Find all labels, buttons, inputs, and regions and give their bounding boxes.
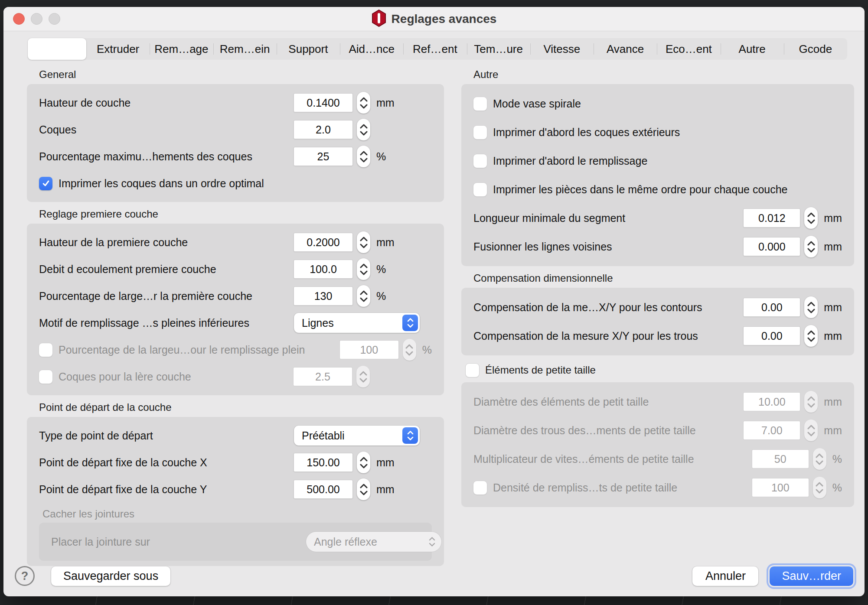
start-point-type-dropdown[interactable]: Préétabli — [294, 426, 420, 446]
solid-fill-width-input — [340, 341, 398, 359]
first-layer-shells-checkbox[interactable] — [39, 370, 52, 384]
chevron-up-icon — [807, 241, 815, 246]
stepper-control[interactable] — [804, 207, 818, 229]
tab-extruder[interactable]: Extruder — [86, 38, 150, 60]
start-point-x-input[interactable] — [294, 453, 352, 472]
stepper-control[interactable] — [804, 325, 818, 347]
stepper-control — [403, 339, 416, 361]
small-feature-diameter-input — [744, 393, 800, 411]
stepper-control[interactable] — [357, 258, 370, 280]
section-general: General Hauteur de couche mm — [27, 68, 444, 202]
help-button[interactable]: ? — [15, 566, 35, 586]
subsection-title-hide-seams: Cacher les jointures — [42, 508, 432, 520]
chevron-up-icon — [360, 290, 368, 295]
desktop-background: Reglages avances Extruder Rem…age Rem…ei… — [0, 0, 868, 605]
group-box: Type de point de départ Préétabli — [27, 417, 444, 566]
stepper-control — [813, 448, 826, 470]
group-box: Diamètre des éléments de petit taille mm — [461, 382, 854, 507]
min-segment-length-input[interactable] — [744, 209, 800, 227]
stepper-control[interactable] — [357, 285, 370, 307]
first-layer-height-input[interactable] — [294, 233, 352, 251]
layer-height-input[interactable] — [294, 94, 352, 112]
setting-row-shells: Coques — [39, 116, 432, 143]
setting-row-start-point-type: Type de point de départ Préétabli — [39, 422, 432, 449]
chevron-down-icon — [360, 297, 368, 302]
checkmark-icon — [42, 179, 50, 188]
stepper-control[interactable] — [357, 92, 370, 114]
tab-avance[interactable]: Avance — [594, 38, 657, 60]
chevron-down-icon — [360, 491, 368, 495]
tab-refroidissement[interactable]: Ref…ent — [403, 38, 467, 60]
tab-vitesse[interactable]: Vitesse — [530, 38, 594, 60]
section-title: General — [39, 68, 444, 81]
zoom-button[interactable] — [49, 13, 60, 25]
save-as-button[interactable]: Sauvegarder sous — [51, 566, 170, 586]
merge-lines-input[interactable] — [744, 237, 800, 256]
tab-remplissage[interactable]: Rem…age — [150, 38, 213, 60]
minimize-button[interactable] — [31, 13, 42, 25]
chevron-down-icon — [807, 309, 815, 313]
section-title-small-features: Éléments de petite taille — [466, 361, 854, 379]
stepper-control[interactable] — [357, 452, 370, 473]
xy-holes-input[interactable] — [744, 327, 800, 345]
chevron-up-icon — [360, 124, 368, 129]
close-button[interactable] — [13, 13, 25, 25]
solid-fill-width-checkbox[interactable] — [39, 343, 52, 357]
setting-row-small-feature-speed: Multiplicateur de vites…éments de petite… — [473, 445, 842, 473]
group-box: Hauteur de la premiere couche mm — [27, 224, 444, 395]
spiral-vase-checkbox[interactable] — [473, 97, 487, 111]
chevron-up-icon — [360, 484, 368, 488]
outer-shells-first-checkbox[interactable] — [473, 126, 487, 139]
first-layer-flow-input[interactable] — [294, 260, 352, 278]
tab-autre[interactable]: Autre — [721, 38, 784, 60]
optimal-order-checkbox[interactable] — [39, 177, 52, 190]
setting-row-shell-overlap: Pourcentage maximu…hements des coques % — [39, 143, 432, 170]
group-box: Compensation de la me…X/Y pour les conto… — [461, 288, 854, 355]
tab-adherence[interactable]: Aid…nce — [340, 38, 403, 60]
save-button[interactable]: Sauv…rder — [770, 566, 853, 586]
tab-temperature[interactable]: Tem…ure — [467, 38, 530, 60]
small-features-checkbox[interactable] — [466, 364, 479, 377]
app-icon — [372, 10, 386, 29]
xy-contours-input[interactable] — [744, 298, 800, 316]
setting-row-solid-fill-width: Pourcentage de la largeu…our le rempliss… — [39, 336, 432, 363]
tab-support[interactable]: Support — [277, 38, 340, 60]
stepper-control[interactable] — [357, 231, 370, 253]
infill-first-checkbox[interactable] — [473, 154, 487, 168]
setting-row-min-segment-length: Longueur minimale du segment mm — [473, 204, 842, 232]
stepper-control[interactable] — [804, 236, 818, 257]
start-point-y-input[interactable] — [294, 480, 352, 498]
chevron-down-icon — [807, 432, 815, 436]
tab-remplissage-plein[interactable]: Rem…ein — [213, 38, 277, 60]
fill-pattern-dropdown[interactable]: Lignes — [294, 313, 420, 333]
advanced-settings-window: Reglages avances Extruder Rem…age Rem…ei… — [3, 7, 865, 596]
small-feature-speed-input — [752, 450, 809, 468]
setting-row-small-feature-infill: Densité de rempliss…ts de petite taille … — [473, 473, 842, 502]
chevron-down-icon — [360, 104, 368, 109]
stepper-control[interactable] — [357, 146, 370, 167]
chevron-up-icon — [807, 302, 815, 306]
small-feature-infill-checkbox — [473, 481, 487, 494]
tab-gcode[interactable]: Gcode — [784, 38, 847, 60]
window-title-area: Reglages avances — [372, 10, 497, 29]
stepper-control[interactable] — [357, 478, 370, 500]
stepper-control — [804, 420, 818, 441]
tab-ecoulement[interactable]: Eco…ent — [657, 38, 720, 60]
first-layer-width-input[interactable] — [294, 287, 352, 305]
chevron-up-icon — [360, 151, 368, 156]
chevron-up-icon — [816, 453, 823, 458]
setting-row-start-point-x: Point de départ fixe de la couche X mm — [39, 449, 432, 476]
cancel-button[interactable]: Annuler — [692, 566, 758, 586]
section-title: Compensation dimensionnelle — [473, 272, 854, 284]
same-order-checkbox[interactable] — [473, 183, 487, 196]
chevron-down-icon — [807, 248, 815, 253]
chevron-down-icon — [360, 158, 368, 163]
tab-selected[interactable] — [28, 38, 86, 60]
shell-overlap-input[interactable] — [294, 147, 352, 166]
chevron-down-icon — [816, 489, 823, 494]
stepper-control[interactable] — [804, 296, 818, 318]
group-box: Mode vase spirale Imprimer d'abord les c… — [461, 84, 854, 266]
shells-input[interactable] — [294, 120, 352, 139]
stepper-control[interactable] — [357, 119, 370, 140]
chevron-up-icon — [807, 330, 815, 335]
